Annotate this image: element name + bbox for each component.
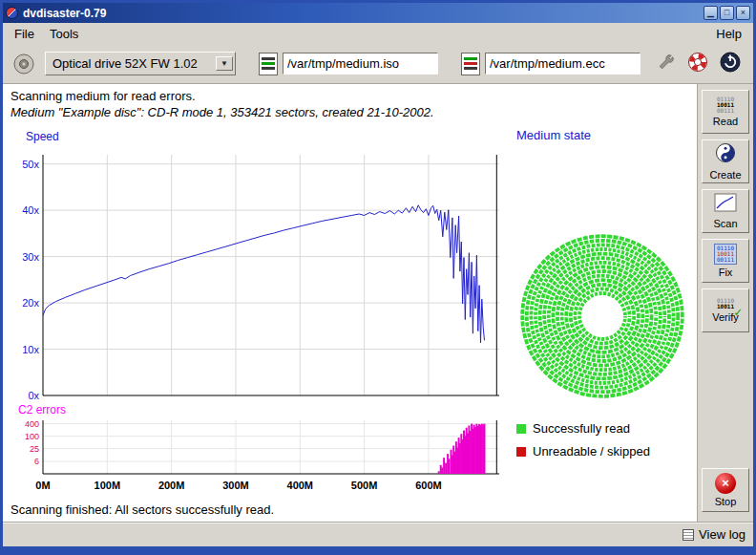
- ecc-path-input[interactable]: [485, 53, 640, 75]
- legend-item-unreadable: Unreadable / skipped: [516, 444, 696, 459]
- legend-unreadable-label: Unreadable / skipped: [533, 444, 650, 459]
- statusbar: View log: [3, 522, 753, 546]
- scan-finished-status: Scanning finished: All sectors successfu…: [10, 502, 274, 517]
- svg-text:C2 errors: C2 errors: [18, 403, 66, 416]
- window-title: dvdisaster-0.79: [23, 7, 704, 20]
- read-button[interactable]: 01110 10011 00111 Read: [702, 90, 749, 134]
- medium-state-label: Medium state: [516, 128, 696, 142]
- check-icon: ✓: [734, 310, 742, 315]
- svg-text:0M: 0M: [35, 480, 50, 491]
- wrench-icon: [656, 53, 675, 75]
- app-icon: [6, 7, 18, 19]
- fix-binary-icon: 01110 10011 00111: [714, 244, 737, 265]
- toolbar: Optical drive 52X FW 1.02 ▼: [3, 44, 753, 84]
- svg-text:100: 100: [25, 432, 39, 441]
- svg-text:0x: 0x: [28, 390, 39, 401]
- drive-select[interactable]: Optical drive 52X FW 1.02 ▼: [45, 52, 236, 75]
- help-button[interactable]: [684, 51, 711, 77]
- minimize-button[interactable]: ▁: [704, 6, 718, 20]
- svg-text:6: 6: [34, 457, 39, 466]
- svg-text:Speed: Speed: [26, 130, 59, 143]
- svg-text:50x: 50x: [22, 159, 39, 170]
- app-window: dvdisaster-0.79 ▁ □ × File Tools Help Op…: [0, 0, 756, 555]
- scan-button[interactable]: Scan: [702, 189, 749, 233]
- medium-info-text: Medium "Example disc": CD-R mode 1, 3534…: [10, 105, 689, 119]
- create-button[interactable]: Create: [702, 139, 749, 183]
- svg-text:100M: 100M: [94, 480, 121, 491]
- chevron-down-icon: ▼: [216, 56, 233, 71]
- action-sidebar: 01110 10011 00111 Read Create Scan: [698, 84, 753, 522]
- preferences-button[interactable]: [652, 51, 679, 77]
- menu-help[interactable]: Help: [708, 25, 749, 43]
- scan-label: Scan: [713, 218, 737, 229]
- svg-text:30x: 30x: [22, 251, 39, 263]
- log-icon: [682, 529, 694, 541]
- quit-button[interactable]: [717, 51, 744, 77]
- menubar: File Tools Help: [3, 23, 753, 44]
- svg-text:20x: 20x: [22, 297, 39, 309]
- menu-file[interactable]: File: [7, 25, 42, 43]
- main-panel: Scanning medium for read errors. Medium …: [3, 84, 698, 522]
- stop-label: Stop: [715, 496, 737, 507]
- close-button[interactable]: ×: [736, 6, 750, 20]
- titlebar[interactable]: dvdisaster-0.79 ▁ □ ×: [3, 3, 753, 23]
- svg-text:25: 25: [30, 444, 39, 454]
- svg-text:10x: 10x: [22, 344, 39, 355]
- svg-text:400: 400: [25, 419, 39, 429]
- speed-and-c2-charts: 0x10x20x30x40x50xSpeedC2 errors625100400…: [5, 128, 506, 501]
- verify-icon: 01110 10011 ✓: [717, 298, 734, 310]
- legend-item-success: Successfully read: [516, 421, 696, 436]
- read-binary-icon: 01110 10011 00111: [717, 96, 734, 114]
- content-area: Scanning medium for read errors. Medium …: [3, 84, 753, 522]
- disc-sector-map: [516, 230, 688, 402]
- drive-icon: [12, 53, 35, 75]
- read-label: Read: [713, 116, 738, 127]
- unreadable-swatch: [516, 447, 526, 457]
- svg-text:40x: 40x: [22, 204, 39, 216]
- view-log-button[interactable]: View log: [682, 527, 746, 542]
- create-label: Create: [709, 169, 741, 181]
- ecc-file-icon: [461, 53, 480, 75]
- medium-state-panel: Medium state Successfully read Unreadabl…: [509, 128, 696, 467]
- svg-text:300M: 300M: [222, 480, 249, 491]
- stop-icon: ×: [715, 473, 736, 494]
- legend-success-label: Successfully read: [533, 421, 630, 436]
- action-status-text: Scanning medium for read errors.: [10, 89, 689, 103]
- menu-tools[interactable]: Tools: [42, 25, 86, 43]
- power-icon: [720, 52, 741, 75]
- fix-button[interactable]: 01110 10011 00111 Fix: [702, 239, 749, 283]
- yinyang-icon: [715, 142, 736, 167]
- image-file-icon: [259, 53, 278, 75]
- image-path-input[interactable]: [283, 53, 438, 75]
- fix-label: Fix: [719, 267, 733, 278]
- stop-button[interactable]: × Stop: [702, 468, 749, 512]
- view-log-label: View log: [699, 527, 746, 542]
- svg-text:500M: 500M: [351, 480, 378, 491]
- svg-text:400M: 400M: [287, 480, 314, 491]
- lifebuoy-icon: [687, 52, 708, 75]
- verify-button[interactable]: 01110 10011 ✓ Verify: [702, 288, 749, 332]
- svg-text:600M: 600M: [415, 480, 442, 491]
- svg-text:200M: 200M: [158, 480, 185, 491]
- scan-chart-icon: [714, 193, 737, 216]
- legend: Successfully read Unreadable / skipped: [516, 421, 696, 459]
- maximize-button[interactable]: □: [720, 6, 734, 20]
- drive-select-value: Optical drive 52X FW 1.02: [52, 56, 212, 71]
- success-swatch: [516, 424, 526, 434]
